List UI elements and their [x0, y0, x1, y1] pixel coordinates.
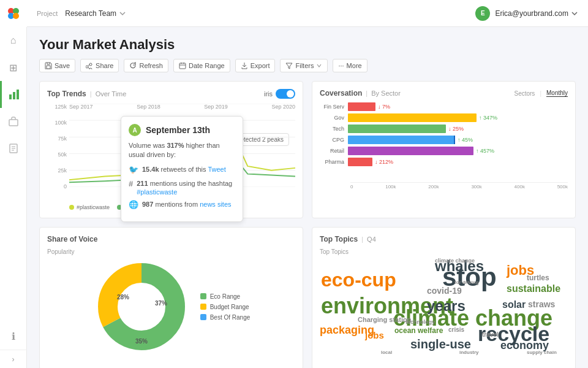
wc-technology[interactable]: technology — [405, 319, 435, 325]
save-button[interactable]: Save — [39, 59, 75, 72]
sidebar: ⌂ ⊞ ℹ › — [0, 0, 27, 368]
sidebar-item-home[interactable]: ⌂ — [0, 27, 27, 54]
wc-travel[interactable]: travel — [482, 331, 499, 338]
wc-local[interactable]: local — [381, 350, 392, 355]
donut-legend: Eco Range Budget Range Best Of Range — [200, 293, 251, 321]
page-title: Your Market Analysis — [39, 37, 576, 53]
logo — [0, 0, 27, 27]
sidebar-item-info[interactable]: ℹ — [0, 323, 27, 350]
bar-change-tech: ↓ 25% — [448, 126, 464, 132]
popularity-label: Popularity — [47, 248, 295, 255]
filters-button[interactable]: Filters — [280, 59, 328, 72]
wc-covid[interactable]: covid-19 — [427, 286, 462, 296]
sidebar-item-apps[interactable]: ⊞ — [0, 54, 27, 81]
filter-icon — [285, 62, 293, 69]
chart-y-labels: 125k 100k 75k 50k 25k 0 — [47, 104, 67, 190]
top-trends-header: Top Trends | Over Time iris — [47, 89, 295, 99]
top-topics-panel: Top Topics | Q4 Top Topics eco-cup envir… — [312, 227, 576, 368]
wc-jobs-small[interactable]: jobs — [365, 330, 384, 340]
tooltip-description: Volume was 317% higher than usual driven… — [129, 141, 235, 160]
header-right: E Erica@yourbrand.com — [475, 6, 578, 21]
user-chevron-icon — [571, 10, 578, 17]
svg-line-13 — [88, 67, 89, 69]
tooltip-item-tweets: 🐦 15.4k retweets of this Tweet — [129, 165, 235, 175]
project-selector[interactable]: Research Team — [65, 9, 126, 18]
svg-text:37%: 37% — [155, 300, 167, 307]
wc-years[interactable]: years — [427, 297, 466, 315]
wc-eco-cup[interactable]: eco-cup — [321, 269, 396, 291]
bar-row-tech: Tech ↓ 25% — [320, 125, 568, 133]
main-content: Project Research Team E Erica@yourbrand.… — [27, 0, 588, 368]
svg-rect-7 — [9, 120, 18, 126]
wc-crisis[interactable]: crisis — [448, 326, 464, 333]
wc-climate-change-small[interactable]: climate change — [435, 258, 475, 264]
sidebar-item-reports[interactable] — [0, 135, 27, 162]
wc-charging[interactable]: Charging station — [358, 316, 411, 323]
bar-row-gov: Gov ↑ 347% — [320, 113, 568, 122]
sidebar-item-briefcase[interactable] — [0, 108, 27, 135]
filters-chevron-icon — [316, 63, 322, 69]
bar-row-retail: Retail ↑ 457% — [320, 147, 568, 155]
share-button[interactable]: Share — [80, 59, 119, 72]
top-topics-title-row: Top Topics | Q4 — [320, 235, 376, 243]
monthly-tab[interactable]: Monthly — [546, 90, 568, 97]
svg-rect-5 — [13, 92, 15, 99]
wc-industry[interactable]: industry — [459, 350, 479, 355]
eco-range-dot — [200, 293, 206, 299]
page: Your Market Analysis Save Share Refresh … — [27, 27, 588, 368]
svg-text:35%: 35% — [135, 338, 148, 345]
sov-title: Share of Voice — [47, 235, 97, 243]
sidebar-item-analytics[interactable] — [0, 81, 27, 108]
news-icon: 🌐 — [129, 200, 138, 210]
legend-best-of-range: Best Of Range — [200, 314, 251, 321]
save-icon — [45, 62, 52, 69]
share-icon — [86, 62, 93, 69]
top-trends-chart: Iris detected 2 peaks 125k 100k 75k 50k … — [47, 104, 295, 210]
more-button[interactable]: ··· More — [333, 59, 367, 72]
sidebar-expand-button[interactable]: › — [0, 350, 27, 368]
conversation-subtitle: By Sector — [371, 90, 401, 97]
share-of-voice-panel: Share of Voice Popularity — [39, 227, 303, 368]
bar-chart-rows: Fin Serv ↓ 7% Gov ↑ 347% Tech — [320, 102, 568, 182]
bar-fill-pharma — [348, 158, 372, 166]
dashboard-grid: Top Trends | Over Time iris Iris detecte… — [39, 81, 576, 368]
date-range-button[interactable]: Date Range — [173, 59, 230, 72]
best-of-range-dot — [200, 314, 206, 320]
budget-range-dot — [200, 304, 206, 310]
svg-rect-4 — [9, 94, 12, 99]
bar-fill-gov — [348, 113, 477, 122]
legend-eco-range: Eco Range — [200, 293, 251, 300]
hashtag-icon: # — [129, 179, 133, 190]
tooltip-badge: A — [129, 124, 141, 136]
user-menu[interactable]: Erica@yourbrand.com — [495, 9, 578, 18]
bar-change-finserv: ↓ 7% — [378, 104, 390, 110]
wc-sustainable[interactable]: sustainable — [507, 283, 560, 294]
bar-fill-finserv — [348, 102, 375, 111]
top-topics-header: Top Topics | Q4 — [320, 235, 568, 243]
legend-dot-plasticwaste — [69, 205, 74, 210]
wc-supply-chain[interactable]: supply chain — [527, 350, 557, 355]
wc-for-driving[interactable]: for driving — [454, 280, 479, 285]
svg-point-3 — [13, 13, 19, 19]
iris-toggle[interactable] — [276, 89, 295, 99]
conversation-title: Coversation — [320, 89, 362, 98]
bar-change-pharma: ↓ 212% — [375, 159, 393, 165]
refresh-button[interactable]: Refresh — [124, 59, 168, 72]
top-trends-title: Top Trends — [47, 90, 86, 98]
refresh-icon — [129, 62, 137, 69]
top-trends-title-row: Top Trends | Over Time — [47, 90, 126, 98]
iris-toggle-container: iris — [264, 89, 295, 99]
cpg-marker — [454, 136, 455, 144]
conversation-header: Coversation | By Sector Sectors | Monthl… — [320, 89, 568, 98]
header: Project Research Team E Erica@yourbrand.… — [27, 0, 588, 27]
user-email: Erica@yourbrand.com — [495, 9, 568, 18]
conversation-title-row: Coversation | By Sector — [320, 89, 401, 98]
bar-fill-cpg — [348, 136, 455, 144]
svg-point-32 — [118, 283, 165, 330]
project-name: Research Team — [65, 9, 116, 18]
wc-turtles[interactable]: turtles — [527, 274, 549, 282]
top-trends-subtitle: Over Time — [96, 90, 127, 98]
export-button[interactable]: Export — [235, 59, 276, 72]
top-trends-panel: Top Trends | Over Time iris Iris detecte… — [39, 81, 303, 218]
wc-ocean-welfare[interactable]: ocean welfare — [394, 326, 443, 335]
